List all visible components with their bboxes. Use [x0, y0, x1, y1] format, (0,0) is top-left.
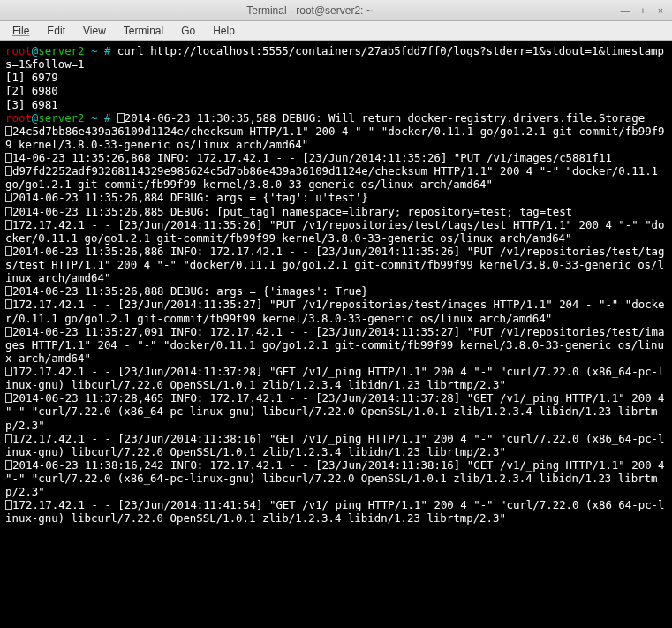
glyph-icon: [5, 166, 12, 176]
menu-help[interactable]: Help: [206, 23, 242, 39]
maximize-button[interactable]: +: [637, 4, 649, 17]
menu-file[interactable]: File: [5, 23, 36, 39]
log-line: d97fd2252adf93268114329e985624c5d7bb86e4…: [5, 164, 665, 191]
glyph-icon: [5, 126, 12, 136]
close-button[interactable]: ×: [654, 4, 667, 17]
prompt-user: root: [5, 44, 32, 57]
log-line: 2014-06-23 11:35:26,888 DEBUG: args = {'…: [12, 284, 368, 298]
log-line: 2014-06-23 11:30:35,588 DEBUG: Will retu…: [125, 111, 645, 125]
log-line: 172.17.42.1 - - [23/Jun/2014:11:37:28] "…: [5, 365, 665, 391]
glyph-icon: [5, 299, 12, 309]
log-line: 2014-06-23 11:35:27,091 INFO: 172.17.42.…: [5, 325, 665, 365]
titlebar: Terminal - root@server2: ~ — + ×: [0, 0, 672, 21]
glyph-icon: [5, 393, 12, 403]
glyph-icon: [5, 220, 12, 230]
log-line: 2014-06-23 11:38:16,242 INFO: 172.17.42.…: [5, 458, 671, 498]
menu-edit[interactable]: Edit: [40, 23, 72, 39]
log-line: 172.17.42.1 - - [23/Jun/2014:11:41:54] "…: [5, 498, 665, 525]
glyph-icon: [5, 246, 12, 256]
menu-go[interactable]: Go: [174, 23, 202, 39]
log-line: 24c5d7bb86e439a36109d1124e/checksum HTTP…: [5, 125, 665, 151]
log-line: 172.17.42.1 - - [23/Jun/2014:11:38:16] "…: [5, 432, 665, 458]
glyph-icon: [5, 367, 12, 376]
glyph-icon: [5, 327, 12, 337]
glyph-icon: [5, 207, 12, 216]
prompt-host: server2: [38, 44, 84, 57]
log-line: 2014-06-23 11:35:26,885 DEBUG: [put_tag]…: [12, 205, 572, 218]
glyph-icon: [5, 193, 12, 202]
minimize-button[interactable]: —: [619, 4, 631, 17]
log-line: 172.17.42.1 - - [23/Jun/2014:11:35:27] "…: [5, 298, 665, 324]
prompt-host: server2: [38, 111, 84, 125]
log-line: 2014-06-23 11:35:26,886 INFO: 172.17.42.…: [5, 245, 665, 284]
log-line: 2014-06-23 11:35:26,884 DEBUG: args = {'…: [12, 191, 368, 204]
log-line: 2014-06-23 11:37:28,465 INFO: 172.17.42.…: [5, 391, 671, 431]
menubar: File Edit View Terminal Go Help: [0, 21, 672, 41]
job-line: [3] 6981: [5, 98, 58, 111]
glyph-icon: [5, 434, 12, 443]
prompt-path: ~ #: [85, 111, 117, 125]
job-line: [1] 6979: [5, 71, 58, 84]
glyph-icon: [117, 113, 125, 123]
job-line: [2] 6980: [5, 84, 58, 97]
terminal-output[interactable]: root@server2 ~ # curl http://localhost:5…: [0, 41, 672, 628]
glyph-icon: [5, 286, 12, 296]
log-line: 14-06-23 11:35:26,868 INFO: 172.17.42.1 …: [12, 151, 612, 164]
window-title: Terminal - root@server2: ~: [246, 4, 373, 17]
prompt-user: root: [5, 111, 32, 125]
glyph-icon: [5, 500, 12, 510]
prompt-path: ~ #: [85, 44, 117, 57]
glyph-icon: [5, 153, 12, 163]
menu-terminal[interactable]: Terminal: [117, 23, 170, 39]
log-line: 172.17.42.1 - - [23/Jun/2014:11:35:26] "…: [5, 218, 665, 245]
menu-view[interactable]: View: [76, 23, 113, 39]
glyph-icon: [5, 460, 12, 470]
